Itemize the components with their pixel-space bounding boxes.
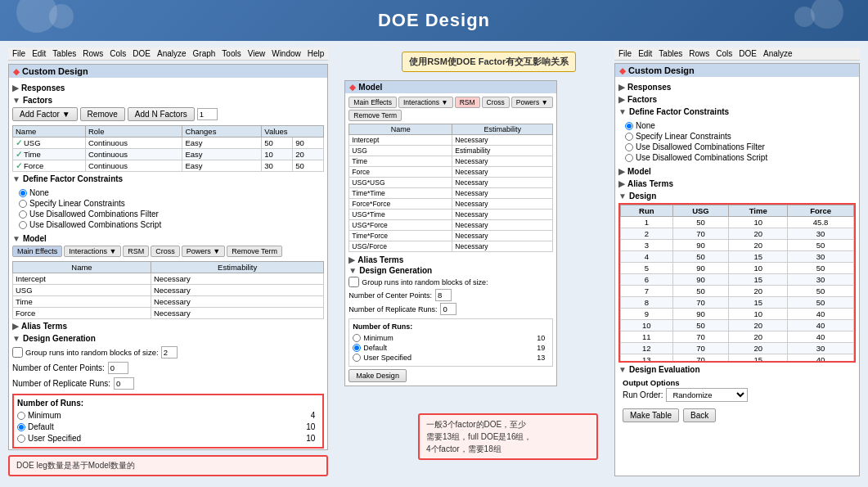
model-section[interactable]: ▼ Model bbox=[12, 233, 324, 244]
middle-runs-radio[interactable]: User Specified13 bbox=[353, 353, 549, 363]
middle-make-design-button[interactable]: Make Design bbox=[349, 369, 407, 382]
define-constraints-section[interactable]: ▼ Define Factor Constraints bbox=[12, 174, 324, 184]
design-table: Run USG Time Force 1501045.8270203039020… bbox=[620, 205, 854, 363]
menu-window[interactable]: Window bbox=[272, 49, 301, 58]
middle-model-toolbar-btn[interactable]: Cross bbox=[482, 97, 510, 108]
middle-model-toolbar-btn[interactable]: Interactions ▼ bbox=[398, 97, 453, 108]
rmenu-rows[interactable]: Rows bbox=[689, 49, 709, 58]
middle-alias-section[interactable]: ▶ Alias Terms bbox=[349, 255, 553, 265]
right-constraints-radio-group: NoneSpecify Linear ConstraintsUse Disall… bbox=[618, 119, 856, 165]
constraints-radio-group: NoneSpecify Linear ConstraintsUse Disall… bbox=[12, 186, 324, 232]
model-toolbar-btn[interactable]: RSM bbox=[123, 246, 149, 257]
rmenu-doe[interactable]: DOE bbox=[739, 49, 757, 58]
radio-item[interactable]: None bbox=[19, 187, 317, 198]
replicate-runs-input[interactable] bbox=[114, 377, 134, 390]
design-row: 7502050 bbox=[621, 286, 854, 297]
back-button[interactable]: Back bbox=[683, 408, 716, 422]
factor-row[interactable]: ✓TimeContinuousEasy1020 bbox=[13, 149, 324, 160]
add-factor-button[interactable]: Add Factor ▼ bbox=[12, 107, 78, 121]
center-points-input[interactable] bbox=[108, 362, 128, 374]
design-evaluation-section[interactable]: ▼ Design Evaluation bbox=[618, 364, 856, 375]
middle-model-toolbar-btn[interactable]: Remove Term bbox=[349, 110, 402, 121]
middle-replicate-input[interactable] bbox=[440, 303, 456, 315]
menu-view[interactable]: View bbox=[248, 49, 266, 58]
menu-tools[interactable]: Tools bbox=[222, 49, 241, 58]
n-factors-input[interactable] bbox=[197, 108, 218, 120]
menu-cols[interactable]: Cols bbox=[110, 49, 126, 58]
runs-radio-item[interactable]: User Specified10 bbox=[17, 433, 319, 444]
design-row: 1501045.8 bbox=[621, 217, 854, 228]
menu-help[interactable]: Help bbox=[308, 49, 325, 58]
factor-row[interactable]: ✓ForceContinuousEasy3050 bbox=[13, 160, 324, 172]
middle-group-runs[interactable]: Group runs into random blocks of size: bbox=[349, 276, 553, 288]
menu-doe[interactable]: DOE bbox=[133, 49, 151, 58]
rmenu-cols[interactable]: Cols bbox=[716, 49, 732, 58]
radio-item[interactable]: Specify Linear Constraints bbox=[625, 131, 849, 142]
model-toolbar-btn[interactable]: Remove Term bbox=[227, 246, 282, 257]
rmenu-file[interactable]: File bbox=[618, 49, 632, 58]
design-row: 5901050 bbox=[621, 263, 854, 274]
right-responses-section[interactable]: ▶ Responses bbox=[618, 82, 856, 92]
middle-model-toolbar: Main EffectsInteractions ▼RSMCrossPowers… bbox=[349, 97, 553, 121]
radio-item[interactable]: Use Disallowed Combinations Filter bbox=[625, 142, 849, 152]
alias-terms-section[interactable]: ▶ Alias Terms bbox=[12, 321, 324, 331]
middle-runs-radio[interactable]: Default19 bbox=[353, 343, 549, 353]
run-order-dropdown[interactable]: Randomize bbox=[666, 388, 748, 402]
middle-model-toolbar-btn[interactable]: Powers ▼ bbox=[511, 97, 553, 108]
middle-model-row: ForceNecessary bbox=[349, 167, 553, 178]
remove-button[interactable]: Remove bbox=[80, 107, 125, 121]
make-table-button[interactable]: Make Table bbox=[623, 408, 679, 422]
menu-file[interactable]: File bbox=[12, 49, 25, 58]
responses-section[interactable]: ▶ Responses bbox=[12, 83, 324, 93]
model-toolbar-btn[interactable]: Cross bbox=[151, 246, 180, 257]
radio-item[interactable]: None bbox=[625, 120, 849, 131]
middle-runs-radio[interactable]: Minimum10 bbox=[353, 333, 549, 343]
number-of-runs-section: Number of Runs: Minimum4Default10User Sp… bbox=[12, 394, 324, 449]
rmenu-analyze[interactable]: Analyze bbox=[763, 49, 793, 58]
design-row: 6901530 bbox=[621, 274, 854, 286]
right-alias-section[interactable]: ▶ Alias Terms bbox=[618, 178, 856, 189]
model-row: ForceNecessary bbox=[13, 308, 324, 319]
right-factors-section[interactable]: ▶ Factors bbox=[618, 94, 856, 105]
col-role: Role bbox=[85, 126, 182, 138]
model-toolbar-btn[interactable]: Main Effects bbox=[12, 246, 62, 257]
factor-row[interactable]: ✓USGContinuousEasy5090 bbox=[13, 138, 324, 149]
factor-table: Name Role Changes Values ✓USGContinuousE… bbox=[12, 125, 324, 172]
middle-model-row: USG*TimeNecessary bbox=[349, 210, 553, 220]
menu-tables[interactable]: Tables bbox=[52, 49, 76, 58]
bottom-buttons: Make Table Back bbox=[618, 406, 856, 425]
menu-edit[interactable]: Edit bbox=[32, 49, 46, 58]
right-define-constraints[interactable]: ▼ Define Factor Constraints bbox=[618, 106, 856, 117]
menu-graph[interactable]: Graph bbox=[193, 49, 216, 58]
radio-item[interactable]: Specify Linear Constraints bbox=[19, 198, 317, 209]
rmenu-edit[interactable]: Edit bbox=[638, 49, 652, 58]
menu-rows[interactable]: Rows bbox=[83, 49, 103, 58]
middle-model-toolbar-btn[interactable]: Main Effects bbox=[349, 97, 397, 108]
model-toolbar-btn[interactable]: Interactions ▼ bbox=[64, 246, 121, 257]
middle-design-gen-section[interactable]: ▼ Design Generation bbox=[349, 265, 553, 276]
middle-model-row: USG*USGNecessary bbox=[349, 178, 553, 188]
rmenu-tables[interactable]: Tables bbox=[659, 49, 682, 58]
group-runs-input[interactable] bbox=[161, 346, 178, 358]
right-model-section[interactable]: ▶ Model bbox=[618, 166, 856, 177]
group-runs-checkbox[interactable]: Group runs into random blocks of size: bbox=[12, 345, 324, 359]
radio-item[interactable]: Use Disallowed Combinations Script bbox=[19, 219, 317, 230]
middle-model-toolbar-btn[interactable]: RSM bbox=[455, 97, 480, 108]
left-menubar: File Edit Tables Rows Cols DOE Analyze G… bbox=[8, 47, 328, 61]
runs-radio-item[interactable]: Default10 bbox=[17, 422, 319, 432]
menu-analyze[interactable]: Analyze bbox=[157, 49, 187, 58]
add-n-factors-button[interactable]: Add N Factors bbox=[128, 107, 195, 121]
rsm-annotation: 使用RSM使DOE Factor有交互影响关系 bbox=[402, 52, 576, 72]
model-toolbar-btn[interactable]: Powers ▼ bbox=[182, 246, 225, 257]
middle-center-input[interactable] bbox=[435, 289, 452, 301]
replicate-runs-row: Number of Replicate Runs: bbox=[12, 377, 324, 390]
model-toolbar: Main EffectsInteractions ▼RSMCrossPowers… bbox=[12, 246, 324, 257]
design-row: 4501530 bbox=[621, 251, 854, 263]
number-runs-title: Number of Runs: bbox=[17, 399, 319, 408]
factors-section[interactable]: ▼ Factors bbox=[12, 95, 324, 106]
radio-item[interactable]: Use Disallowed Combinations Filter bbox=[19, 209, 317, 219]
right-design-section[interactable]: ▼ Design bbox=[618, 191, 856, 201]
radio-item[interactable]: Use Disallowed Combinations Script bbox=[625, 152, 849, 163]
runs-radio-item[interactable]: Minimum4 bbox=[17, 410, 319, 421]
design-generation-section[interactable]: ▼ Design Generation bbox=[12, 333, 324, 344]
